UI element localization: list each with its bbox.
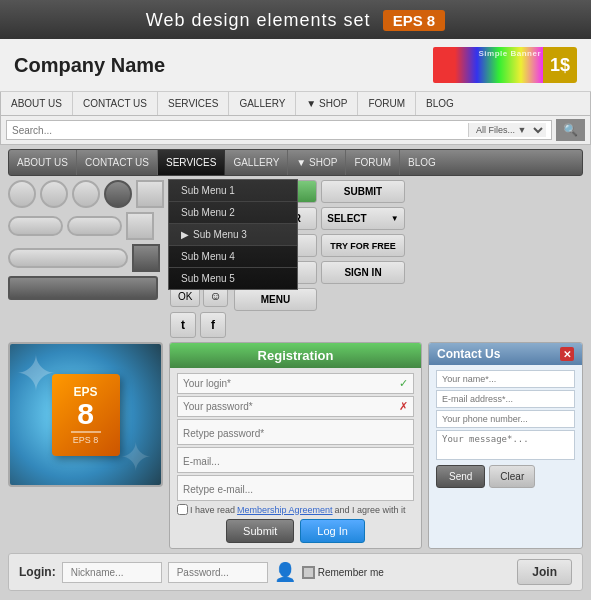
search-button[interactable]: 🔍 [556,119,585,141]
password-field[interactable] [183,401,399,412]
join-btn[interactable]: Join [517,559,572,585]
remember-label[interactable]: Remember me [302,566,384,579]
rect-row-1 [8,212,164,240]
registration-form: Registration ✓ ✗ I have read Mem [169,342,422,549]
nav1-item-gallery[interactable]: GALLERY [229,92,296,115]
search-row: All Files... ▼ 🔍 [0,116,591,145]
contact-phone-field[interactable] [436,410,575,428]
submenu-item-4[interactable]: Sub Menu 4 [169,246,297,268]
remember-checkbox[interactable] [302,566,315,579]
star-burst-icon: ✦ [15,349,57,399]
menu-btn[interactable]: MENU [234,288,318,311]
login-field[interactable] [183,378,399,389]
square-btn-dark[interactable] [132,244,160,272]
square-btn-1[interactable] [136,180,164,208]
contact-form: Contact Us ✕ Send Clear [428,342,583,549]
send-btn[interactable]: Send [436,465,485,488]
select-btn[interactable]: SELECT ▼ [321,207,405,230]
nickname-input[interactable] [62,562,162,583]
registration-body: ✓ ✗ I have read Membership Agreement and… [170,368,421,548]
contact-close-btn[interactable]: ✕ [560,347,574,361]
nav2-item-gallery[interactable]: GALLERY [225,150,288,175]
nav2-item-shop[interactable]: ▼ SHOP [288,150,346,175]
password-input[interactable] [168,562,268,583]
nav2-item-contact[interactable]: CONTACT US [77,150,158,175]
search-filter-select[interactable]: All Files... ▼ [468,123,546,137]
nav2-item-forum[interactable]: FORUM [346,150,400,175]
nav1-item-forum[interactable]: FORUM [358,92,416,115]
registration-header: Registration [170,343,421,368]
agree-text: I have read [190,505,235,515]
contact-email-field[interactable] [436,390,575,408]
agree-checkbox[interactable] [177,504,188,515]
sign-in-btn[interactable]: SIGN IN [321,261,405,284]
user-icon: 👤 [274,561,296,583]
submit-btn[interactable]: Submit [226,519,294,543]
select-arrow-icon: ▼ [391,214,399,223]
facebook-icon[interactable]: f [200,312,226,338]
search-input[interactable] [12,125,468,136]
header-title: Web design elements set [146,10,371,31]
nav2-item-blog[interactable]: BLOG [400,150,444,175]
login-bar: Login: 👤 Remember me Join [8,553,583,591]
retype-password-field[interactable] [183,428,408,439]
twitter-icon[interactable]: t [170,312,196,338]
submit-action-btn[interactable]: SUBMIT [321,180,405,203]
pill-btn-wide[interactable] [8,248,128,268]
contact-message-field[interactable] [436,430,575,460]
email-field-row [177,447,414,473]
password-field-row: ✗ [177,396,414,417]
retype-email-field[interactable] [183,484,408,495]
pill-btn-2[interactable] [67,216,122,236]
login-bar-label: Login: [19,565,56,579]
product-divider [71,431,101,433]
social-row: t f [170,312,228,338]
company-name-rest: Name [105,54,165,76]
left-button-area [8,180,164,338]
invalid-icon: ✗ [399,400,408,413]
log-in-btn[interactable]: Log In [300,519,365,543]
banner-area: Simple Banner 1$ [433,47,577,83]
company-name: Company Name [14,54,165,77]
nav-bar-2: ABOUT US CONTACT US SERVICES GALLERY ▼ S… [8,149,583,176]
pill-btn-1[interactable] [8,216,63,236]
submenu-item-2[interactable]: Sub Menu 2 [169,202,297,224]
submenu-item-3[interactable]: ▶ Sub Menu 3 [169,224,297,246]
contact-title: Contact Us [437,347,500,361]
clear-btn[interactable]: Clear [489,465,535,488]
circle-btn-2[interactable] [40,180,68,208]
banner-price[interactable]: 1$ [543,47,577,83]
nav-bar-1: ABOUT US CONTACT US SERVICES GALLERY ▼ S… [0,92,591,116]
nav2-item-services[interactable]: SERVICES [158,150,225,175]
membership-link[interactable]: Membership Agreement [237,505,333,515]
agree-suffix: and I agree with it [335,505,406,515]
nav1-item-blog[interactable]: BLOG [416,92,464,115]
company-name-bold: Company [14,54,105,76]
retype-email-field-row [177,475,414,501]
agree-row: I have read Membership Agreement and I a… [177,504,414,515]
search-container: All Files... ▼ [6,120,552,140]
nav2-item-about[interactable]: ABOUT US [9,150,77,175]
submenu-item-5[interactable]: Sub Menu 5 [169,268,297,289]
email-field[interactable] [183,456,408,467]
reg-buttons-row: Submit Log In [177,519,414,543]
nav1-item-services[interactable]: SERVICES [158,92,229,115]
try-for-free-btn[interactable]: TRY FOR FREE [321,234,405,257]
company-bar: Company Name Simple Banner 1$ [0,39,591,92]
circle-btn-3[interactable] [72,180,100,208]
select-label: SELECT [327,213,366,224]
star-burst-icon-2: ✦ [119,437,153,477]
submenu: Sub Menu 1 Sub Menu 2 ▶ Sub Menu 3 Sub M… [168,179,298,290]
product-box: EPS 8 EPS 8 [52,374,120,456]
banner-wrapper: Simple Banner 1$ [433,47,577,83]
dark-rect-btn[interactable] [8,276,158,300]
submenu-item-1[interactable]: Sub Menu 1 [169,180,297,202]
square-btn-2[interactable] [126,212,154,240]
nav1-item-shop[interactable]: ▼ SHOP [296,92,358,115]
circle-btn-dark[interactable] [104,180,132,208]
nav1-item-about[interactable]: ABOUT US [1,92,73,115]
circle-btn-1[interactable] [8,180,36,208]
rect-row-2 [8,244,164,272]
nav1-item-contact[interactable]: CONTACT US [73,92,158,115]
contact-name-field[interactable] [436,370,575,388]
